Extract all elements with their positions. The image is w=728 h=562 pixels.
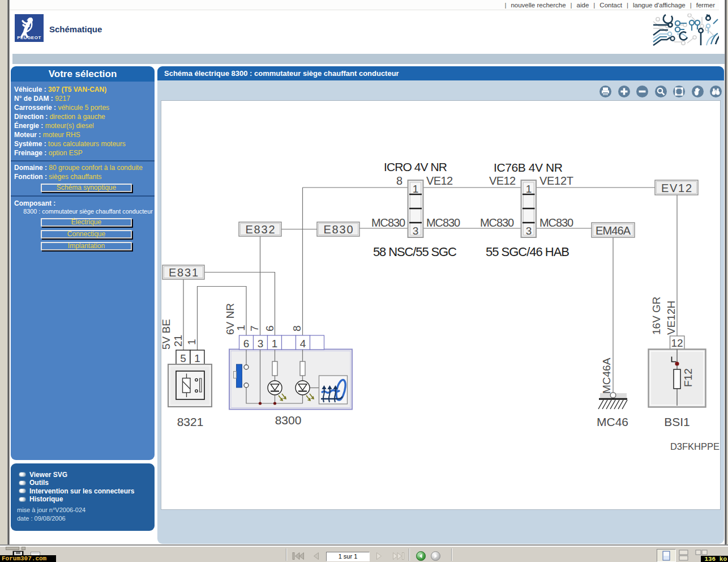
label-pin8: 8 — [396, 174, 402, 187]
implantation-button[interactable]: Implantation — [41, 242, 132, 250]
sidebar-separator — [11, 160, 155, 161]
menu-item-outils[interactable]: Outils — [19, 479, 49, 487]
next-page-button[interactable] — [375, 552, 383, 560]
component-mc46[interactable] — [598, 393, 627, 409]
row-label: Fonction : — [14, 173, 47, 181]
label-e831: E831 — [169, 266, 198, 279]
link-aide[interactable]: aide — [577, 2, 589, 8]
row-label: Énergie : — [14, 122, 43, 130]
label-icro-title: ICRO 4V NR — [384, 160, 447, 173]
zoom-in-button[interactable] — [618, 86, 630, 97]
row-value: moteur(s) diesel — [45, 122, 94, 130]
header-band — [12, 54, 725, 64]
search-binoculars-button[interactable] — [710, 86, 722, 97]
component-e832[interactable]: E832 — [239, 222, 281, 236]
wiring-diagram: E832 E830 E831 EV12 — [161, 101, 720, 509]
junction-dot — [259, 402, 262, 405]
scrollbar-thumb[interactable] — [6, 547, 19, 550]
component-8321[interactable]: 5 1 — [168, 350, 212, 407]
zoom-area-button[interactable] — [655, 86, 667, 97]
statusbar-separator — [286, 548, 287, 561]
link-nouvelle-recherche[interactable]: nouvelle recherche — [511, 2, 566, 8]
top-link-bar: | nouvelle recherche | aide | Contact | … — [10, 0, 719, 10]
row-value: option ESP — [49, 149, 83, 157]
menu-item-viewer-svg[interactable]: Viewer SVG — [19, 471, 67, 478]
print-button[interactable] — [599, 86, 611, 97]
component-8300[interactable]: 6 3 1 4 — [229, 335, 352, 410]
resistor — [272, 361, 277, 376]
sidebar-separator — [11, 195, 155, 197]
schematic-canvas[interactable]: E832 E830 E831 EV12 — [161, 100, 721, 510]
link-separator: | — [571, 2, 572, 8]
connector-icro[interactable]: 1 3 — [408, 180, 423, 237]
window-left-border — [7, 0, 10, 545]
pin-number: 12 — [671, 337, 683, 349]
component-bsi1[interactable]: 12 F12 — [649, 336, 706, 407]
label-mc46a: MC46A — [601, 357, 613, 394]
link-separator: | — [593, 2, 595, 8]
component-e831[interactable]: E831 — [162, 265, 204, 279]
label-mc830-c: MC830 — [480, 216, 514, 229]
bullet-icon — [19, 472, 26, 477]
row-carrosserie: Carrosserie : véhicule 5 portes — [14, 104, 109, 112]
schema-synoptique-button[interactable]: Schéma synoptique — [41, 184, 132, 192]
component-e830[interactable]: E830 — [317, 222, 359, 236]
electrique-button[interactable]: Électrique — [41, 218, 132, 227]
label-21: 21 — [172, 335, 184, 347]
label-6v-nr: 6V NR — [224, 303, 236, 335]
component-em46a[interactable]: EM46A — [592, 223, 635, 237]
pin-number: 1 — [194, 352, 200, 364]
page-view-button[interactable] — [657, 549, 676, 562]
link-separator: | — [504, 2, 506, 8]
pan-hand-button[interactable] — [692, 86, 704, 97]
link-separator: | — [690, 2, 692, 8]
link-fermer[interactable]: fermer — [696, 2, 715, 8]
two-page-icon[interactable] — [679, 550, 689, 561]
pin-number: 1 — [272, 338, 278, 350]
pin-number: 1 — [526, 183, 532, 195]
menu-item-historique[interactable]: Historique — [19, 496, 63, 503]
zoom-out-button[interactable] — [636, 86, 648, 97]
app-title: Schématique — [49, 24, 102, 34]
link-langue-affichage[interactable]: langue d'affichage — [633, 2, 686, 8]
last-page-button[interactable] — [392, 552, 405, 560]
label-em46a: EM46A — [596, 224, 631, 237]
label-ve12-b: VE12 — [489, 174, 516, 187]
label-ev12: EV12 — [661, 182, 692, 194]
junction-dot — [675, 361, 679, 365]
forum-watermark: Forum307.com — [0, 555, 56, 562]
link-contact[interactable]: Contact — [599, 2, 622, 8]
connectique-button[interactable]: Connectique — [41, 230, 132, 239]
menu-item-label: Intervention sur les connecteurs — [29, 487, 134, 495]
forward-button[interactable] — [431, 551, 440, 561]
scrollbar-piece[interactable] — [22, 547, 25, 550]
component-ev12[interactable]: EV12 — [655, 180, 698, 195]
menu-item-label: Historique — [29, 495, 63, 503]
row-label: Moteur : — [14, 131, 41, 139]
row-value: direction à gauche — [50, 113, 105, 121]
logo-wordmark: PEUGEOT — [17, 35, 41, 40]
fit-view-button[interactable] — [673, 86, 685, 97]
row-freinage: Freinage : option ESP — [14, 149, 83, 157]
row-value: véhicule 5 portes — [58, 104, 109, 112]
bullet-icon — [19, 497, 26, 502]
connector-ic76b[interactable]: 1 3 — [521, 180, 537, 237]
page-indicator[interactable]: 1 sur 1 — [326, 552, 370, 561]
first-page-button[interactable] — [292, 552, 305, 560]
label-8321: 8321 — [177, 415, 204, 428]
fuse — [674, 369, 680, 389]
menu-item-intervention[interactable]: Intervention sur les connecteurs — [19, 487, 134, 495]
label-e830: E830 — [324, 223, 353, 236]
sidebar-title: Votre sélection — [11, 66, 155, 82]
label-16v-gr: 16V GR — [650, 296, 662, 335]
label-p6: 1 — [235, 325, 247, 331]
back-button[interactable] — [416, 551, 426, 561]
pin-number: 6 — [243, 338, 250, 350]
window-right-border — [725, 0, 727, 545]
row-value: 307 (T5 VAN-CAN) — [48, 86, 106, 93]
previous-page-button[interactable] — [312, 552, 320, 560]
row-label: Freinage : — [14, 149, 46, 157]
row-label: Direction : — [14, 113, 48, 121]
row-value: sièges chauffants — [49, 173, 101, 181]
statusbar-separator — [451, 548, 452, 561]
